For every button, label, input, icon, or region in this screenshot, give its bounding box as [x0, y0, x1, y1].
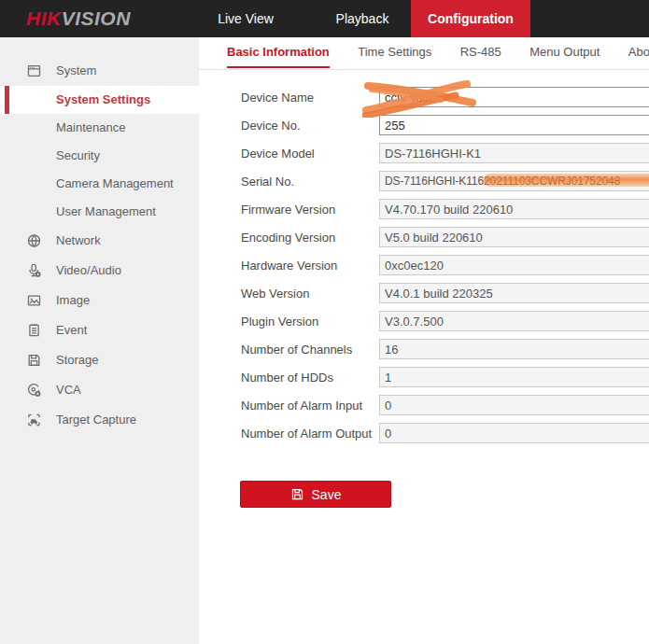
sidebar-item-label: Image: [56, 286, 90, 315]
main-content: Basic Information Time Settings RS-485 M…: [199, 37, 649, 644]
form-row-serial-no: Serial No.: [199, 167, 649, 195]
hardware-version-label: Hardware Version: [241, 259, 337, 273]
sidebar-item-label: System: [56, 56, 96, 86]
form-row-number-of-alarm-input: Number of Alarm Input: [199, 391, 649, 419]
number-of-alarm-input-label: Number of Alarm Input: [241, 399, 362, 413]
sidebar-item-event[interactable]: Event: [0, 315, 199, 345]
form-row-number-of-channels: Number of Channels: [199, 335, 649, 363]
sidebar-item-label: User Management: [56, 198, 156, 226]
encoding-version-input: [379, 227, 649, 247]
number-of-alarm-input-input: [379, 395, 649, 415]
sidebar-item-storage[interactable]: Storage: [0, 345, 199, 375]
globe-icon: [26, 233, 42, 249]
number-of-hdds-label: Number of HDDs: [241, 371, 333, 385]
number-of-alarm-output-input: [379, 423, 649, 443]
plugin-version-input: [379, 311, 649, 331]
sidebar-item-label: Camera Management: [56, 170, 174, 198]
target-capture-icon: [26, 413, 42, 428]
logo-hik: HIK: [26, 7, 62, 29]
device-name-input[interactable]: [379, 87, 649, 107]
logo-vision: VISION: [62, 7, 131, 29]
device-model-input: [379, 143, 649, 163]
form-row-firmware-version: Firmware Version: [199, 195, 649, 223]
firmware-version-input: [379, 199, 649, 219]
sidebar-item-maintenance[interactable]: Maintenance: [0, 114, 199, 142]
hikvision-logo: HIKVISION: [26, 0, 131, 37]
sidebar-item-system-settings[interactable]: System Settings: [0, 86, 199, 114]
form-row-plugin-version: Plugin Version: [199, 307, 649, 335]
form-row-device-model: Device Model: [199, 139, 649, 167]
tab-menu-output[interactable]: Menu Output: [529, 37, 600, 68]
nav-live-view[interactable]: Live View: [204, 0, 288, 37]
nav-configuration[interactable]: Configuration: [411, 0, 530, 37]
plugin-version-label: Plugin Version: [241, 315, 318, 329]
floppy-disk-icon: [290, 487, 304, 501]
web-version-input: [379, 283, 649, 303]
sidebar-item-target-capture[interactable]: Target Capture: [0, 405, 199, 435]
tab-about[interactable]: About: [628, 37, 649, 68]
save-button-label: Save: [312, 487, 342, 502]
event-icon: [26, 323, 42, 339]
nav-playback[interactable]: Playback: [320, 0, 404, 37]
sidebar-item-camera-management[interactable]: Camera Management: [0, 170, 199, 198]
serial-no-label: Serial No.: [241, 175, 294, 189]
number-of-channels-label: Number of Channels: [241, 343, 352, 357]
sidebar-item-label: Event: [56, 315, 87, 345]
sidebar-item-label: VCA: [56, 375, 81, 405]
form-row-number-of-hdds: Number of HDDs: [199, 363, 649, 391]
sidebar-item-network[interactable]: Network: [0, 226, 199, 256]
vca-icon: [26, 383, 42, 399]
device-no-input[interactable]: [379, 115, 649, 135]
tab-rs485[interactable]: RS-485: [460, 37, 501, 68]
sidebar-item-video-audio[interactable]: Video/Audio: [0, 256, 199, 286]
sidebar-item-label: Storage: [56, 345, 99, 375]
sidebar: System System Settings Maintenance Secur…: [0, 37, 199, 644]
sidebar-item-label: Security: [56, 142, 100, 170]
sidebar-item-label: Target Capture: [56, 405, 136, 435]
hardware-version-input: [379, 255, 649, 275]
storage-icon: [26, 353, 42, 369]
sidebar-item-security[interactable]: Security: [0, 142, 199, 170]
number-of-channels-input: [379, 339, 649, 359]
microphone-icon: [26, 263, 42, 279]
tab-basic-information[interactable]: Basic Information: [227, 37, 330, 68]
device-model-label: Device Model: [241, 147, 315, 161]
form-row-web-version: Web Version: [199, 279, 649, 307]
device-no-label: Device No.: [241, 119, 301, 133]
form-row-device-name: Device Name: [199, 83, 649, 111]
sidebar-item-label: Network: [56, 226, 101, 256]
serial-no-input: [379, 171, 649, 191]
encoding-version-label: Encoding Version: [241, 231, 335, 245]
form-row-hardware-version: Hardware Version: [199, 251, 649, 279]
image-icon: [26, 293, 42, 309]
device-name-label: Device Name: [241, 91, 314, 105]
window-icon: [26, 63, 42, 79]
sidebar-item-label: Video/Audio: [56, 256, 121, 286]
sidebar-item-label: System Settings: [56, 86, 150, 114]
sidebar-item-vca[interactable]: VCA: [0, 375, 199, 405]
firmware-version-label: Firmware Version: [241, 203, 335, 217]
basic-information-form: Device Name Device No. Device Model Seri…: [199, 70, 649, 508]
number-of-alarm-output-label: Number of Alarm Output: [241, 427, 372, 441]
tab-time-settings[interactable]: Time Settings: [358, 37, 431, 68]
save-button[interactable]: Save: [240, 481, 391, 508]
form-row-device-no: Device No.: [199, 111, 649, 139]
top-navigation-bar: HIKVISION Live View Playback Configurati…: [0, 0, 649, 37]
form-row-number-of-alarm-output: Number of Alarm Output: [199, 419, 649, 447]
web-version-label: Web Version: [241, 287, 309, 301]
sidebar-item-image[interactable]: Image: [0, 286, 199, 315]
number-of-hdds-input: [379, 367, 649, 387]
form-row-encoding-version: Encoding Version: [199, 223, 649, 251]
sidebar-item-label: Maintenance: [56, 114, 125, 142]
sidebar-item-system[interactable]: System: [0, 56, 199, 86]
settings-tab-bar: Basic Information Time Settings RS-485 M…: [199, 37, 649, 70]
sidebar-item-user-management[interactable]: User Management: [0, 198, 199, 226]
